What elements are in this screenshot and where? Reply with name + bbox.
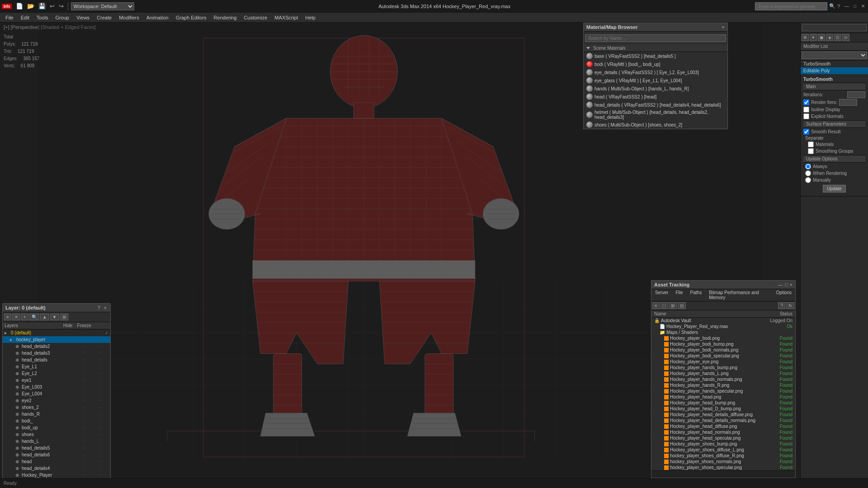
layer-item[interactable]: ⊕Eye_L2······ xyxy=(3,370,110,377)
layer-item[interactable]: ⊕Eye_L003······ xyxy=(3,384,110,390)
menu-item-rendering[interactable]: Rendering xyxy=(210,14,241,21)
rpanel-icon-2[interactable]: ✦ xyxy=(810,34,817,41)
at-list-item[interactable]: Hockey_player_head_D_bump.pngFound xyxy=(651,406,795,412)
at-close-btn[interactable]: × xyxy=(790,282,793,287)
rpanel-icon-5[interactable]: ⊡ xyxy=(834,34,841,41)
at-list-item[interactable]: Hockey_player_hands_specular.pngFound xyxy=(651,388,795,394)
layers-tool-5[interactable]: ▲ xyxy=(40,314,49,320)
turbosm-renderiter-check[interactable] xyxy=(803,99,809,105)
mat-item[interactable]: hands ( Multi/Sub-Object ) [hands_L, han… xyxy=(584,84,727,93)
at-list-item[interactable]: Hockey_player_head.pngFound xyxy=(651,394,795,400)
at-list-item[interactable]: Hockey_player_hands_R.pngFound xyxy=(651,382,795,388)
rpanel-icon-3[interactable]: ▣ xyxy=(818,34,825,41)
at-list-item[interactable]: Hockey_player_head_details_normals.pngFo… xyxy=(651,418,795,423)
layer-item[interactable]: ⊕eye1······ xyxy=(3,377,110,384)
at-list-item[interactable]: Hockey_player_eye.pngFound xyxy=(651,359,795,365)
mat-search-input[interactable] xyxy=(585,34,726,42)
turbosm-whenrender-radio[interactable] xyxy=(805,170,811,176)
layer-item[interactable]: ▸hockey_player······ xyxy=(3,336,110,343)
layer-item[interactable]: ⊕Eye_L004······ xyxy=(3,390,110,397)
menu-item-edit[interactable]: Edit xyxy=(17,14,33,21)
open-icon[interactable]: 📂 xyxy=(26,2,36,10)
at-list-item[interactable]: Hockey_player_bodi_bump.pngFound xyxy=(651,341,795,347)
layer-item[interactable]: ⊕head_details5······ xyxy=(3,445,110,451)
at-menu-item-options[interactable]: Options xyxy=(773,289,795,301)
at-list-item[interactable]: 🔒Autodesk VaultLogged On xyxy=(651,318,795,324)
minimize-btn[interactable]: — xyxy=(844,3,850,9)
mat-item[interactable]: bodi ( VRayMtl ) [bodi_, bodi_up] xyxy=(584,60,727,68)
at-list-item[interactable]: Hockey_player_hands_L.pngFound xyxy=(651,371,795,376)
search-icon[interactable]: 🔍 xyxy=(829,3,835,9)
menu-item-tools[interactable]: Tools xyxy=(33,14,52,21)
at-list-item[interactable]: Hockey_player_head_normals.pngFound xyxy=(651,429,795,435)
at-list-item[interactable]: hockey_player_shoes_normals.pngFound xyxy=(651,459,795,465)
undo-icon[interactable]: ↩ xyxy=(48,2,56,10)
layer-item[interactable]: ⊕bodi_up······ xyxy=(3,424,110,431)
at-tool-2[interactable]: □ xyxy=(660,302,668,309)
mat-item[interactable]: base ( VRayFastSSS2 ) [head_details5 ] xyxy=(584,52,727,60)
modifier-name-input[interactable]: bodi_up xyxy=(802,24,867,31)
at-maximize-btn[interactable]: □ xyxy=(785,282,788,287)
layer-item[interactable]: ⊕shoes······ xyxy=(3,431,110,438)
at-list-item[interactable]: Hockey_player_head_details_diffuse.pngFo… xyxy=(651,412,795,418)
at-tool-4[interactable]: ⊟ xyxy=(678,302,686,309)
mat-item[interactable]: head_details ( VRayFastSSS2 ) [head_deta… xyxy=(584,101,727,109)
at-menu-item-file[interactable]: File xyxy=(672,289,686,301)
layer-item[interactable]: ⊕head_details3······ xyxy=(3,350,110,357)
mat-browser-close-btn[interactable]: × xyxy=(722,24,725,30)
layer-item[interactable]: ⊕shoes_2······ xyxy=(3,404,110,411)
menu-item-animation[interactable]: Animation xyxy=(143,14,172,21)
layer-item[interactable]: ⊕head_details4······ xyxy=(3,465,110,472)
menu-item-views[interactable]: Views xyxy=(73,14,93,21)
mat-item[interactable]: head ( VRayFastSSS2 ) [head] xyxy=(584,93,727,101)
at-menu-item-server[interactable]: Server xyxy=(651,289,672,301)
mat-item[interactable]: eye_glass ( VRayMtl ) [ Eye_L1, Eye_L004… xyxy=(584,76,727,84)
at-list-item[interactable]: Hockey_player_hands_bump.pngFound xyxy=(651,365,795,371)
at-list-item[interactable]: Hockey_player_bodi_normals.pngFound xyxy=(651,347,795,353)
rpanel-icon-4[interactable]: ◈ xyxy=(826,34,833,41)
at-list-item[interactable]: Hockey_player_head_specular.pngFound xyxy=(651,435,795,441)
at-list-item[interactable]: 📁Maps / Shaders xyxy=(651,329,795,335)
mat-item[interactable]: eye_details ( VRayFastSSS2 ) [ Eye_L2, E… xyxy=(584,68,727,76)
modifier-item[interactable]: TurboSmooth xyxy=(801,61,868,67)
menu-item-file[interactable]: File xyxy=(2,14,17,21)
at-list-item[interactable]: Hockey_player_bodi_specular.pngFound xyxy=(651,353,795,359)
turbosm-mat-check[interactable] xyxy=(808,141,814,147)
at-list-item[interactable]: Hockey_player_head_bump.pngFound xyxy=(651,400,795,406)
mat-item[interactable]: helmet ( Multi/Sub-Object ) [head_detail… xyxy=(584,109,727,121)
modifier-item[interactable]: Editable Poly xyxy=(801,67,868,74)
workspace-dropdown[interactable]: Workspace: Default xyxy=(71,2,134,10)
layer-item[interactable]: ⊕Hockey_Player······ xyxy=(3,472,110,479)
at-tool-refresh[interactable]: ↻ xyxy=(786,302,794,309)
layers-close-btn[interactable]: × xyxy=(103,305,108,310)
at-list-item[interactable]: Hockey_player_shoes_diffuse_L.pngFound xyxy=(651,447,795,453)
at-list-item[interactable]: 📄Hockey_Player_Red_vray.maxOk xyxy=(651,324,795,329)
at-tool-3[interactable]: ⊞ xyxy=(669,302,677,309)
at-tool-help[interactable]: ? xyxy=(778,302,785,309)
keyword-search[interactable] xyxy=(755,2,827,10)
save-icon[interactable]: 💾 xyxy=(37,2,47,10)
at-list-item[interactable]: Hockey_player_hands_normals.pngFound xyxy=(651,376,795,382)
at-list-item[interactable]: hockey_player_shoes_diffuse_R.pngFound xyxy=(651,453,795,459)
layer-item[interactable]: ⊕hands_R······ xyxy=(3,411,110,418)
menu-item-modifiers[interactable]: Modifiers xyxy=(115,14,143,21)
layer-item[interactable]: ⊕head······ xyxy=(3,458,110,465)
layers-help-btn[interactable]: ? xyxy=(96,305,101,310)
menu-item-create[interactable]: Create xyxy=(93,14,115,21)
turbosm-explicit-check[interactable] xyxy=(803,113,809,119)
mat-item[interactable]: shoes ( Multi/Sub-Object ) [shoes, shoes… xyxy=(584,121,727,129)
new-icon[interactable]: 📄 xyxy=(14,2,24,10)
close-btn[interactable]: ✕ xyxy=(860,3,866,9)
layers-tool-4[interactable]: 🔍 xyxy=(29,314,39,320)
maximize-btn[interactable]: □ xyxy=(852,3,858,9)
layers-tool-7[interactable]: ⊞ xyxy=(60,314,68,320)
layer-item[interactable]: ⊕head_details6······ xyxy=(3,451,110,458)
layer-item[interactable]: ⊕bodi_······ xyxy=(3,418,110,424)
rpanel-icon-1[interactable]: ⚙ xyxy=(802,34,809,41)
modifier-dropdown[interactable] xyxy=(802,52,867,59)
menu-item-customize[interactable]: Customize xyxy=(240,14,271,21)
at-menu-item-bitmap-performance-and-memory[interactable]: Bitmap Performance and Memory xyxy=(705,289,772,301)
menu-item-group[interactable]: Group xyxy=(52,14,73,21)
layer-item[interactable]: ▸0 (default)······✓ xyxy=(3,329,110,336)
at-list-item[interactable]: hockey_player_shoes_specular.pngFound xyxy=(651,465,795,470)
